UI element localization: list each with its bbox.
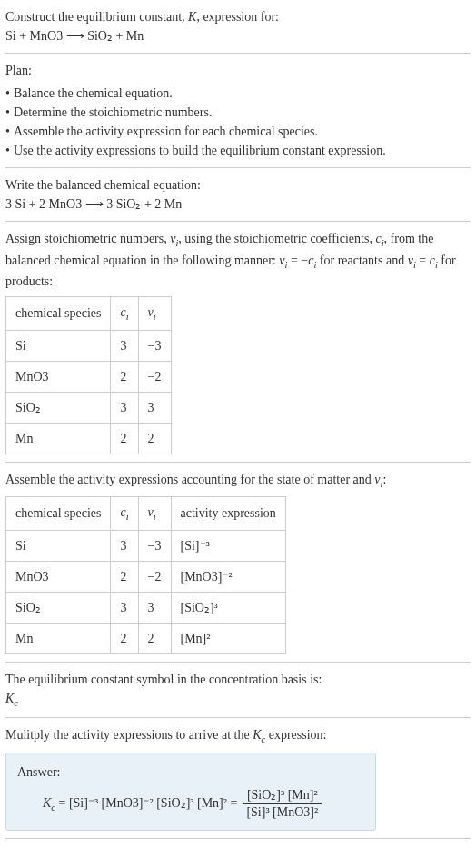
bullet-icon: • [5,122,10,141]
bullet-icon: • [5,103,10,122]
plan-item-text: Use the activity expressions to build th… [14,141,386,160]
plan-item: •Balance the chemical equation. [5,84,471,103]
cell-c: 3 [111,392,138,423]
cell-species: Mn [6,623,111,653]
cell-c: 2 [111,623,138,653]
cell-nu: 2 [138,423,171,454]
c-sub: c [14,698,18,708]
cell-nu: −3 [138,530,171,561]
col-c: ci [111,297,138,331]
cell-c: 3 [111,592,138,623]
intro-line1: Construct the equilibrium constant, K, e… [5,7,471,26]
multiply-text-a: Mulitply the activity expressions to arr… [5,728,253,742]
col-c: ci [111,497,138,531]
table-row: Mn22 [6,423,172,454]
plan-section: Plan: •Balance the chemical equation. •D… [5,54,471,168]
col-nu: νi [138,497,171,531]
table-row: MnO32−2 [6,361,172,392]
plan-item: •Use the activity expressions to build t… [5,141,471,160]
answer-label: Answer: [17,763,364,782]
bullet-icon: • [5,84,10,103]
multiply-text-b: expression: [265,728,326,742]
plan-item: •Determine the stoichiometric numbers. [5,103,471,122]
k-symbol: K [188,10,196,24]
cell-nu: 2 [138,623,171,653]
eq-expr: = [Si]⁻³ [MnO3]⁻² [SiO₂]³ [Mn]² = [55,796,237,810]
activity-table: chemical species ci νi activity expressi… [5,496,286,654]
plan-item-text: Determine the stoichiometric numbers. [14,103,213,122]
stoich-text: for reactants and [316,254,407,267]
cell-nu: 3 [138,392,171,423]
cell-c: 3 [111,330,138,361]
k: K [5,692,14,705]
stoich-text: Assign stoichiometric numbers, [5,232,170,245]
cell-species: SiO₂ [6,392,111,423]
table-row: SiO₂33[SiO₂]³ [6,592,286,623]
balanced-title: Write the balanced chemical equation: [5,175,471,195]
multiply-section: Mulitply the activity expressions to arr… [5,718,471,839]
cell-c: 2 [111,361,138,392]
answer-formula: Kc = [Si]⁻³ [MnO3]⁻² [SiO₂]³ [Mn]² = [Si… [17,787,364,821]
table-row: Si3−3 [6,330,172,361]
i-sub: i [126,312,129,322]
activity-text-a: Assemble the activity expressions accoun… [5,473,374,486]
plan-item-text: Balance the chemical equation. [14,84,173,103]
bullet-icon: • [5,141,10,160]
cell-c: 2 [111,561,138,592]
col-species: chemical species [6,497,111,531]
unbalanced-equation: Si + MnO3 ⟶ SiO₂ + Mn [5,26,471,45]
cell-c: 2 [111,423,138,454]
fraction-denominator: [Si]³ [MnO3]² [243,804,322,821]
k: K [43,796,51,810]
table-row: Mn22[Mn]² [6,623,286,653]
table-row: Si3−3[Si]⁻³ [6,530,286,561]
balanced-section: Write the balanced chemical equation: 3 … [5,168,471,222]
stoich-text: , using the stoichiometric coefficients, [178,232,375,245]
cell-nu: −3 [138,330,171,361]
plan-list: •Balance the chemical equation. •Determi… [5,84,471,160]
table-row: MnO32−2[MnO3]⁻² [6,561,286,592]
table-header-row: chemical species ci νi [6,297,172,331]
table-row: SiO₂33 [6,392,172,423]
cell-species: Si [6,530,111,561]
activity-text-b: : [382,473,386,486]
eq-text: = − [287,254,308,267]
multiply-intro: Mulitply the activity expressions to arr… [5,725,471,747]
symbol-section: The equilibrium constant symbol in the c… [5,663,471,719]
table-header-row: chemical species ci νi activity expressi… [6,497,286,531]
cell-species: Mn [6,423,111,454]
formula-lhs: Kc = [Si]⁻³ [MnO3]⁻² [SiO₂]³ [Mn]² = [43,793,237,815]
stoich-section: Assign stoichiometric numbers, νi, using… [5,222,471,463]
cell-species: SiO₂ [6,592,111,623]
cell-expr: [Mn]² [171,623,285,653]
symbol-line1: The equilibrium constant symbol in the c… [5,670,471,689]
cell-nu: 3 [138,592,171,623]
activity-section: Assemble the activity expressions accoun… [5,463,471,663]
eq-text: = [416,254,430,267]
col-nu: νi [138,297,171,331]
intro-text-a: Construct the equilibrium constant, [5,10,188,24]
activity-intro: Assemble the activity expressions accoun… [5,470,471,492]
i-sub: i [126,512,129,522]
i-sub: i [154,312,156,322]
cell-nu: −2 [138,361,171,392]
balanced-equation: 3 Si + 2 MnO3 ⟶ 3 SiO₂ + 2 Mn [5,195,471,214]
kc-symbol: Kc [5,689,471,711]
i-sub: i [154,512,156,522]
plan-title: Plan: [5,61,471,80]
fraction-numerator: [SiO₂]³ [Mn]² [243,787,322,804]
cell-species: Si [6,330,111,361]
col-species: chemical species [6,297,111,331]
cell-expr: [MnO3]⁻² [171,561,285,592]
cell-c: 3 [111,530,138,561]
stoich-table: chemical species ci νi Si3−3 MnO32−2 SiO… [5,296,172,454]
cell-nu: −2 [138,561,171,592]
answer-box: Answer: Kc = [Si]⁻³ [MnO3]⁻² [SiO₂]³ [Mn… [5,753,376,831]
cell-expr: [Si]⁻³ [171,530,285,561]
intro-section: Construct the equilibrium constant, K, e… [5,7,471,54]
fraction: [SiO₂]³ [Mn]² [Si]³ [MnO3]² [243,787,322,821]
kc: K [253,728,261,742]
stoich-intro: Assign stoichiometric numbers, νi, using… [5,229,471,291]
plan-item: •Assemble the activity expression for ea… [5,122,471,141]
intro-text-b: , expression for: [196,10,279,24]
